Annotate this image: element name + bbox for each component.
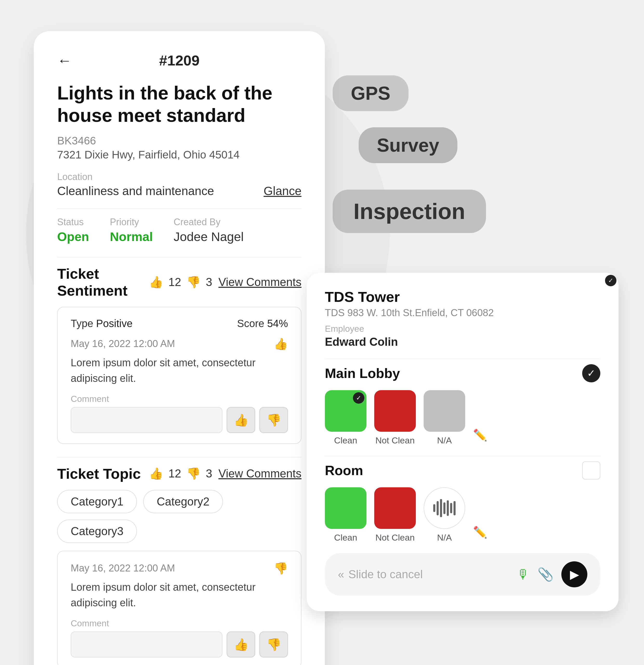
thumb-down-button-1[interactable]: 👎 xyxy=(259,407,288,433)
status-value: Open xyxy=(57,230,89,244)
divider-2 xyxy=(57,257,301,258)
location-label: Location xyxy=(57,171,301,182)
survey-label: Survey xyxy=(377,135,439,156)
thumbs-up-count: 12 xyxy=(168,276,181,289)
ticket-title: Lights in the back of the house meet sta… xyxy=(57,82,301,127)
thumb-up-button-1[interactable]: 👍 xyxy=(227,407,255,433)
sentiment-score: Score 54% xyxy=(237,318,288,329)
na-label-2: N/A xyxy=(437,533,452,543)
send-button[interactable]: ▶ xyxy=(562,562,587,587)
sentiment-type-row: Type Positive Score 54% xyxy=(71,318,288,329)
survey-pill: Survey xyxy=(358,127,457,163)
meta-row: Status Open Priority Normal Created By J… xyxy=(57,217,301,244)
na-box-1[interactable] xyxy=(424,390,465,432)
created-by-item: Created By Jodee Nagel xyxy=(173,217,244,244)
clean-option-1[interactable]: ✓ Clean xyxy=(325,390,366,445)
slide-actions: 🎙 📎 ▶ xyxy=(517,562,587,587)
clean-box-2[interactable] xyxy=(325,487,366,529)
status-label: Status xyxy=(57,217,89,228)
not-clean-check-2: ✓ xyxy=(605,275,617,286)
room-header: Room xyxy=(325,461,600,479)
ticket-number: #1209 xyxy=(159,52,200,69)
comment-input-row-2: 👍 👎 xyxy=(71,631,288,658)
not-clean-box-2[interactable]: ✓ xyxy=(374,487,416,529)
not-clean-box-1[interactable] xyxy=(374,390,416,432)
main-lobby-name: Main Lobby xyxy=(325,365,400,381)
room-status-options: Clean ✓ Not Clean xyxy=(325,487,600,543)
room-check-empty xyxy=(582,461,600,479)
comment-input-label-2: Comment xyxy=(71,618,288,628)
slide-text: « Slide to cancel xyxy=(338,568,423,581)
comment-input-1[interactable] xyxy=(71,407,222,433)
topic-comment-thumb-down-icon: 👎 xyxy=(274,562,288,575)
chevrons-icon: « xyxy=(338,568,344,581)
gps-label: GPS xyxy=(351,83,390,103)
category-tag-3[interactable]: Category3 xyxy=(57,519,137,543)
divider-1 xyxy=(57,208,301,209)
na-option-1[interactable]: N/A xyxy=(424,390,465,445)
inspection-employee-label: Employee xyxy=(325,324,600,334)
inspection-building-name: TDS Tower xyxy=(325,288,600,305)
comment-input-label-1: Comment xyxy=(71,394,288,404)
not-clean-label-1: Not Clean xyxy=(375,435,415,445)
inspection-label: Inspection xyxy=(353,199,465,224)
ticket-address: 7321 Dixie Hwy, Fairfield, Ohio 45014 xyxy=(57,149,301,161)
slide-label: Slide to cancel xyxy=(348,568,423,581)
thumb-down-button-2[interactable]: 👎 xyxy=(259,631,288,658)
clean-option-2[interactable]: Clean xyxy=(325,487,366,543)
main-lobby-section: Main Lobby ✓ ✓ Clean Not Clean N/A ✏️ xyxy=(325,364,600,445)
inspection-card: TDS Tower TDS 983 W. 10th St.Enfield, CT… xyxy=(307,273,619,611)
edit-icon-1[interactable]: ✏️ xyxy=(473,429,487,442)
divider-3 xyxy=(57,457,301,457)
clean-box-1[interactable]: ✓ xyxy=(325,390,366,432)
waveform-box[interactable] xyxy=(424,487,465,529)
edit-icon-2[interactable]: ✏️ xyxy=(473,526,487,539)
clean-label-2: Clean xyxy=(334,533,357,543)
glance-link[interactable]: Glance xyxy=(263,184,301,198)
topic-sentiment-icons: 👍 12 👎 3 xyxy=(149,467,212,480)
waveform-icon xyxy=(433,498,456,518)
thumb-up-button-2[interactable]: 👍 xyxy=(227,631,255,658)
ticket-card: ← #1209 Lights in the back of the house … xyxy=(34,31,325,665)
topic-thumbs-down-icon: 👎 xyxy=(186,467,201,480)
sentiment-type: Type Positive xyxy=(71,318,132,329)
main-lobby-check: ✓ xyxy=(582,364,600,382)
attach-icon[interactable]: 📎 xyxy=(537,567,554,582)
created-by-label: Created By xyxy=(173,217,244,228)
category-tag-2[interactable]: Category2 xyxy=(143,490,223,513)
created-by-value: Jodee Nagel xyxy=(173,230,244,244)
sentiment-icons: 👍 12 👎 3 xyxy=(149,276,212,289)
inspection-employee-name: Edward Colin xyxy=(325,335,600,348)
not-clean-label-2: Not Clean xyxy=(375,533,415,543)
category-tag-1[interactable]: Category1 xyxy=(57,490,137,513)
thumbs-down-count: 3 xyxy=(206,276,212,289)
room-name: Room xyxy=(325,463,363,478)
categories-row: Category1 Category2 Category3 xyxy=(57,490,301,543)
location-row: Cleanliness and maintenance Glance xyxy=(57,184,301,198)
comment-date-2: May 16, 2022 12:00 AM xyxy=(71,563,175,574)
mic-icon[interactable]: 🎙 xyxy=(517,567,530,582)
view-comments-2-link[interactable]: View Comments xyxy=(218,467,301,480)
sentiment-title: Ticket Sentiment xyxy=(57,265,143,299)
back-button[interactable]: ← xyxy=(57,52,72,69)
topic-thumbs-down-count: 3 xyxy=(206,467,212,480)
view-comments-1-link[interactable]: View Comments xyxy=(218,276,301,289)
topic-thumbs-up-icon: 👍 xyxy=(149,467,163,480)
main-lobby-header: Main Lobby ✓ xyxy=(325,364,600,382)
comment-date-row-1: May 16, 2022 12:00 AM 👍 xyxy=(71,337,288,351)
comment-text-2: Lorem ipsum dolor sit amet, consectetur … xyxy=(71,579,288,610)
sentiment-card: Type Positive Score 54% May 16, 2022 12:… xyxy=(57,307,301,444)
card-header: ← #1209 xyxy=(57,52,301,69)
location-value: Cleanliness and maintenance xyxy=(57,184,214,198)
not-clean-option-1[interactable]: Not Clean xyxy=(374,390,416,445)
topic-comment-card: May 16, 2022 12:00 AM 👎 Lorem ipsum dolo… xyxy=(57,551,301,665)
na-option-2[interactable]: N/A xyxy=(424,487,465,543)
inspection-address: TDS 983 W. 10th St.Enfield, CT 06082 xyxy=(325,307,600,319)
topic-section-header: Ticket Topic 👍 12 👎 3 View Comments xyxy=(57,465,301,482)
slide-bar[interactable]: « Slide to cancel 🎙 📎 ▶ xyxy=(325,553,600,596)
priority-value: Normal xyxy=(110,230,153,244)
comment-input-2[interactable] xyxy=(71,631,222,658)
main-lobby-status-options: ✓ Clean Not Clean N/A ✏️ xyxy=(325,390,600,445)
not-clean-option-2[interactable]: ✓ Not Clean xyxy=(374,487,416,543)
room-section: Room Clean ✓ Not Clean xyxy=(325,461,600,543)
